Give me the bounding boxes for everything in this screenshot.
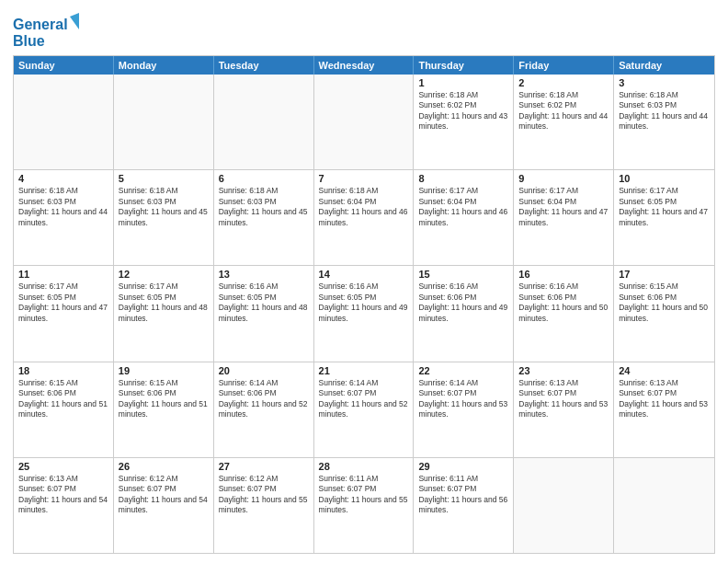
- calendar-cell: 2Sunrise: 6:18 AM Sunset: 6:02 PM Daylig…: [514, 75, 614, 169]
- calendar-row: 1Sunrise: 6:18 AM Sunset: 6:02 PM Daylig…: [14, 75, 714, 169]
- calendar-cell: 23Sunrise: 6:13 AM Sunset: 6:07 PM Dayli…: [514, 362, 614, 457]
- calendar-header: SundayMondayTuesdayWednesdayThursdayFrid…: [14, 56, 714, 75]
- calendar-cell: 13Sunrise: 6:16 AM Sunset: 6:05 PM Dayli…: [214, 266, 314, 361]
- calendar-cell: 21Sunrise: 6:14 AM Sunset: 6:07 PM Dayli…: [314, 362, 415, 457]
- cell-info: Sunrise: 6:17 AM Sunset: 6:04 PM Dayligh…: [518, 186, 609, 228]
- cell-info: Sunrise: 6:17 AM Sunset: 6:04 PM Dayligh…: [418, 186, 508, 228]
- calendar-cell: [114, 75, 214, 169]
- calendar-cell: [214, 75, 314, 169]
- cell-info: Sunrise: 6:16 AM Sunset: 6:06 PM Dayligh…: [518, 282, 609, 324]
- cell-day-number: 27: [219, 461, 309, 472]
- col-header-saturday: Saturday: [614, 56, 714, 75]
- cell-info: Sunrise: 6:18 AM Sunset: 6:02 PM Dayligh…: [418, 90, 508, 132]
- svg-text:Blue: Blue: [13, 33, 45, 49]
- cell-day-number: 16: [518, 269, 609, 280]
- calendar-cell: [14, 75, 114, 169]
- cell-day-number: 25: [18, 461, 108, 472]
- cell-info: Sunrise: 6:15 AM Sunset: 6:06 PM Dayligh…: [119, 378, 209, 420]
- cell-day-number: 6: [219, 173, 309, 184]
- cell-day-number: 10: [619, 173, 710, 184]
- cell-info: Sunrise: 6:18 AM Sunset: 6:02 PM Dayligh…: [518, 90, 609, 132]
- calendar-cell: 5Sunrise: 6:18 AM Sunset: 6:03 PM Daylig…: [114, 170, 214, 265]
- cell-info: Sunrise: 6:14 AM Sunset: 6:07 PM Dayligh…: [418, 378, 508, 420]
- calendar-cell: 29Sunrise: 6:11 AM Sunset: 6:07 PM Dayli…: [414, 458, 514, 553]
- cell-day-number: 5: [119, 173, 209, 184]
- calendar-body: 1Sunrise: 6:18 AM Sunset: 6:02 PM Daylig…: [14, 75, 714, 553]
- calendar-cell: 24Sunrise: 6:13 AM Sunset: 6:07 PM Dayli…: [614, 362, 714, 457]
- calendar-cell: 28Sunrise: 6:11 AM Sunset: 6:07 PM Dayli…: [314, 458, 415, 553]
- cell-day-number: 11: [18, 269, 108, 280]
- cell-info: Sunrise: 6:18 AM Sunset: 6:03 PM Dayligh…: [18, 186, 108, 228]
- calendar-cell: 6Sunrise: 6:18 AM Sunset: 6:03 PM Daylig…: [214, 170, 314, 265]
- col-header-tuesday: Tuesday: [214, 56, 314, 75]
- col-header-friday: Friday: [514, 56, 614, 75]
- col-header-wednesday: Wednesday: [314, 56, 415, 75]
- cell-day-number: 24: [619, 365, 710, 376]
- cell-info: Sunrise: 6:11 AM Sunset: 6:07 PM Dayligh…: [319, 474, 409, 516]
- calendar-cell: 22Sunrise: 6:14 AM Sunset: 6:07 PM Dayli…: [414, 362, 514, 457]
- cell-info: Sunrise: 6:18 AM Sunset: 6:04 PM Dayligh…: [319, 186, 409, 228]
- calendar-cell: 18Sunrise: 6:15 AM Sunset: 6:06 PM Dayli…: [14, 362, 114, 457]
- calendar-cell: 10Sunrise: 6:17 AM Sunset: 6:05 PM Dayli…: [614, 170, 714, 265]
- calendar-row: 11Sunrise: 6:17 AM Sunset: 6:05 PM Dayli…: [14, 265, 714, 361]
- cell-info: Sunrise: 6:18 AM Sunset: 6:03 PM Dayligh…: [619, 90, 710, 132]
- calendar-cell: 8Sunrise: 6:17 AM Sunset: 6:04 PM Daylig…: [414, 170, 514, 265]
- cell-info: Sunrise: 6:13 AM Sunset: 6:07 PM Dayligh…: [518, 378, 609, 420]
- cell-info: Sunrise: 6:16 AM Sunset: 6:05 PM Dayligh…: [219, 282, 309, 324]
- cell-day-number: 29: [418, 461, 508, 472]
- cell-info: Sunrise: 6:17 AM Sunset: 6:05 PM Dayligh…: [18, 282, 108, 324]
- calendar: SundayMondayTuesdayWednesdayThursdayFrid…: [13, 55, 715, 554]
- cell-info: Sunrise: 6:15 AM Sunset: 6:06 PM Dayligh…: [18, 378, 108, 420]
- cell-info: Sunrise: 6:16 AM Sunset: 6:06 PM Dayligh…: [418, 282, 508, 324]
- cell-day-number: 1: [418, 77, 508, 88]
- calendar-cell: 20Sunrise: 6:14 AM Sunset: 6:06 PM Dayli…: [214, 362, 314, 457]
- cell-info: Sunrise: 6:12 AM Sunset: 6:07 PM Dayligh…: [119, 474, 209, 516]
- calendar-row: 25Sunrise: 6:13 AM Sunset: 6:07 PM Dayli…: [14, 457, 714, 553]
- cell-day-number: 22: [418, 365, 508, 376]
- cell-day-number: 4: [18, 173, 108, 184]
- calendar-cell: 7Sunrise: 6:18 AM Sunset: 6:04 PM Daylig…: [314, 170, 415, 265]
- cell-day-number: 2: [518, 77, 609, 88]
- cell-day-number: 13: [219, 269, 309, 280]
- cell-info: Sunrise: 6:18 AM Sunset: 6:03 PM Dayligh…: [219, 186, 309, 228]
- cell-info: Sunrise: 6:11 AM Sunset: 6:07 PM Dayligh…: [418, 474, 508, 516]
- calendar-cell: 27Sunrise: 6:12 AM Sunset: 6:07 PM Dayli…: [214, 458, 314, 553]
- cell-info: Sunrise: 6:16 AM Sunset: 6:05 PM Dayligh…: [319, 282, 409, 324]
- cell-info: Sunrise: 6:17 AM Sunset: 6:05 PM Dayligh…: [619, 186, 710, 228]
- cell-info: Sunrise: 6:17 AM Sunset: 6:05 PM Dayligh…: [119, 282, 209, 324]
- svg-text:General: General: [13, 17, 68, 32]
- cell-day-number: 9: [518, 173, 609, 184]
- page: GeneralBlue SundayMondayTuesdayWednesday…: [0, 0, 728, 563]
- calendar-cell: 19Sunrise: 6:15 AM Sunset: 6:06 PM Dayli…: [114, 362, 214, 457]
- cell-day-number: 8: [418, 173, 508, 184]
- calendar-cell: [314, 75, 415, 169]
- calendar-cell: 12Sunrise: 6:17 AM Sunset: 6:05 PM Dayli…: [114, 266, 214, 361]
- calendar-cell: 14Sunrise: 6:16 AM Sunset: 6:05 PM Dayli…: [314, 266, 415, 361]
- calendar-cell: 3Sunrise: 6:18 AM Sunset: 6:03 PM Daylig…: [614, 75, 714, 169]
- cell-day-number: 23: [518, 365, 609, 376]
- calendar-cell: 15Sunrise: 6:16 AM Sunset: 6:06 PM Dayli…: [414, 266, 514, 361]
- calendar-cell: 1Sunrise: 6:18 AM Sunset: 6:02 PM Daylig…: [414, 75, 514, 169]
- calendar-cell: 26Sunrise: 6:12 AM Sunset: 6:07 PM Dayli…: [114, 458, 214, 553]
- cell-day-number: 15: [418, 269, 508, 280]
- col-header-sunday: Sunday: [14, 56, 114, 75]
- calendar-cell: 9Sunrise: 6:17 AM Sunset: 6:04 PM Daylig…: [514, 170, 614, 265]
- svg-marker-2: [70, 13, 79, 29]
- cell-info: Sunrise: 6:13 AM Sunset: 6:07 PM Dayligh…: [18, 474, 108, 516]
- calendar-cell: 11Sunrise: 6:17 AM Sunset: 6:05 PM Dayli…: [14, 266, 114, 361]
- cell-day-number: 21: [319, 365, 409, 376]
- calendar-cell: [614, 458, 714, 553]
- calendar-cell: [514, 458, 614, 553]
- cell-info: Sunrise: 6:14 AM Sunset: 6:06 PM Dayligh…: [219, 378, 309, 420]
- cell-day-number: 17: [619, 269, 710, 280]
- cell-day-number: 14: [319, 269, 409, 280]
- cell-day-number: 7: [319, 173, 409, 184]
- calendar-row: 18Sunrise: 6:15 AM Sunset: 6:06 PM Dayli…: [14, 362, 714, 457]
- cell-day-number: 26: [119, 461, 209, 472]
- cell-day-number: 20: [219, 365, 309, 376]
- calendar-cell: 16Sunrise: 6:16 AM Sunset: 6:06 PM Dayli…: [514, 266, 614, 361]
- calendar-cell: 17Sunrise: 6:15 AM Sunset: 6:06 PM Dayli…: [614, 266, 714, 361]
- cell-day-number: 12: [119, 269, 209, 280]
- calendar-cell: 4Sunrise: 6:18 AM Sunset: 6:03 PM Daylig…: [14, 170, 114, 265]
- cell-day-number: 19: [119, 365, 209, 376]
